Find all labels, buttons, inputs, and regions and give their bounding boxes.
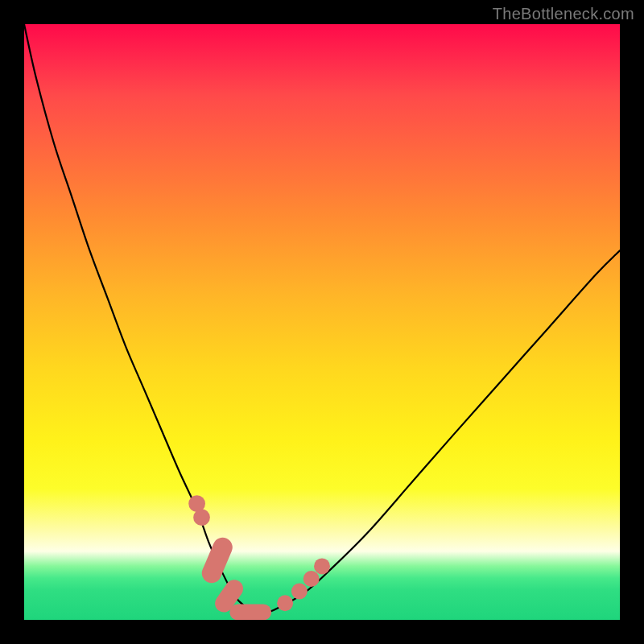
watermark-text: TheBottleneck.com [493, 5, 634, 23]
marker-segment [229, 604, 271, 620]
plot-area [24, 24, 620, 620]
marker-dot [303, 571, 320, 587]
curve-layer [24, 24, 620, 620]
chart-stage: TheBottleneck.com [0, 0, 644, 644]
curve-markers [188, 495, 330, 620]
marker-segment [199, 535, 236, 586]
marker-dot [277, 595, 293, 611]
marker-dot [193, 509, 210, 526]
marker-dot [291, 583, 308, 599]
marker-dot [314, 558, 330, 574]
bottleneck-curve [24, 24, 620, 613]
